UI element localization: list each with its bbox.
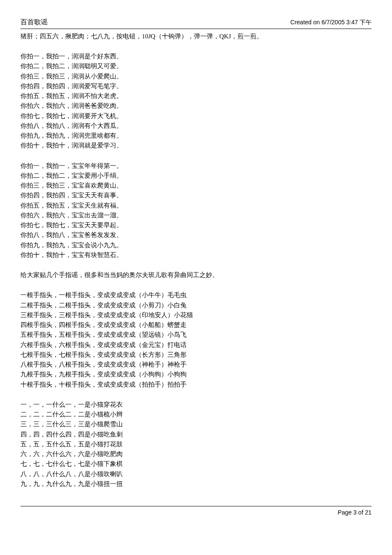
rhyme-block-2: 你拍一，我拍一，宝宝年年得第一。你拍二，我拍二，宝宝爱用小手绢。你拍三，我拍三，… — [20, 161, 372, 260]
intro-text: 给大家贴几个手指谣，很多和当当妈的奥尔夫班儿歌有异曲同工之妙。 — [20, 270, 372, 280]
rhyme-line: 九根手指头，九根手指头，变成变成变成（小狗狗）小狗狗 — [20, 370, 372, 379]
rhyme-line: 十根手指头，十根手指头，变成变成变成（拍拍手）拍拍手 — [20, 380, 372, 390]
rhyme-line: 你拍十，我拍十，宝宝有块智慧石。 — [20, 250, 372, 260]
rhyme-line: 八根手指头，八根手指头，变成变成变成（神枪手）神枪手 — [20, 360, 372, 370]
top-line: 猪肝；四五六，揪肥肉；七八九，按电钮，10JQ（十钩弹），弹一弹，QKJ，煎一煎… — [20, 32, 372, 41]
rhyme-line: 五根手指头，五根手指头，变成变成变成（望远镜）小鸟飞 — [20, 330, 372, 340]
rhyme-line: 九，九，九什么九，九是小猫扭一扭 — [20, 479, 372, 489]
rhyme-line: 你拍六，我拍六，润润爸爸爱吃肉。 — [20, 101, 372, 111]
rhyme-line: 八，八，八什么八，八是小猫吹喇叭 — [20, 469, 372, 479]
rhyme-line: 你拍五，我拍五，润润不怕大老虎。 — [20, 91, 372, 101]
rhyme-line: 你拍一，我拍一，润润是个好东西。 — [20, 52, 372, 61]
rhyme-line: 你拍九，我拍九，润润兜里啥都有。 — [20, 131, 372, 141]
rhyme-block-4: 一，一，一什么一，一是小猫穿花衣二，二，二什么二，二是小猫梳小辫三，三，三什么三… — [20, 400, 372, 489]
rhyme-line: 你拍二，我拍二，润润聪明又可爱。 — [20, 61, 372, 71]
created-timestamp: Created on 6/7/2005 3:47 下午 — [290, 18, 372, 27]
rhyme-line: 你拍四，我拍四，宝宝天天有喜事。 — [20, 191, 372, 200]
rhyme-line: 二，二，二什么二，二是小猫梳小辫 — [20, 410, 372, 419]
rhyme-line: 你拍四，我拍四，润润爱写毛笔字。 — [20, 81, 372, 91]
rhyme-line: 三，三，三什么三，三是小猫爬雪山 — [20, 419, 372, 429]
rhyme-line: 一根手指头，一根手指头，变成变成变成（小牛牛）毛毛虫 — [20, 290, 372, 300]
rhyme-line: 五，五，五什么五，五是小猫打花鼓 — [20, 439, 372, 449]
rhyme-block-3: 一根手指头，一根手指头，变成变成变成（小牛牛）毛毛虫二根手指头，二根手指头，变成… — [20, 290, 372, 390]
rhyme-block-1: 你拍一，我拍一，润润是个好东西。你拍二，我拍二，润润聪明又可爱。你拍三，我拍三，… — [20, 52, 372, 151]
rhyme-line: 你拍八，我拍八，润润有个大西瓜。 — [20, 121, 372, 131]
page-number: Page 3 of 21 — [338, 509, 372, 516]
rhyme-line: 七根手指头，七根手指头，变成变成变成（长方形）三角形 — [20, 350, 372, 360]
rhyme-line: 你拍五，我拍五，宝宝天生就有福。 — [20, 201, 372, 211]
rhyme-line: 你拍一，我拍一，宝宝年年得第一。 — [20, 161, 372, 171]
rhyme-line: 你拍九，我拍九，宝宝会说小九九。 — [20, 240, 372, 250]
page-footer: Page 3 of 21 — [20, 506, 372, 517]
rhyme-line: 你拍三，我拍三，润润从小爱爬山。 — [20, 72, 372, 81]
rhyme-line: 四根手指头，四根手指头，变成变成变成（小船船）螃蟹走 — [20, 320, 372, 330]
doc-title: 百首歌谣 — [20, 17, 48, 28]
rhyme-line: 六根手指头，六根手指头，变成变成变成（金元宝）打电话 — [20, 340, 372, 350]
rhyme-line: 一，一，一什么一，一是小猫穿花衣 — [20, 400, 372, 410]
rhyme-line: 四，四，四什么四，四是小猫吃鱼刺 — [20, 430, 372, 439]
page-header: 百首歌谣 Created on 6/7/2005 3:47 下午 — [20, 17, 372, 29]
document-body: 猪肝；四五六，揪肥肉；七八九，按电钮，10JQ（十钩弹），弹一弹，QKJ，煎一煎… — [20, 32, 372, 489]
rhyme-line: 二根手指头，二根手指头，变成变成变成（小剪刀）小白兔 — [20, 301, 372, 310]
rhyme-line: 七，七，七什么七，七是小猫下象棋 — [20, 459, 372, 469]
rhyme-line: 你拍二，我拍二，宝宝爱用小手绢。 — [20, 171, 372, 181]
rhyme-line: 你拍八，我拍八，宝宝爸爸发发发。 — [20, 230, 372, 240]
rhyme-line: 你拍三，我拍三，宝宝喜欢爬黄山。 — [20, 181, 372, 191]
rhyme-line: 你拍七，我拍七，润润要开大飞机。 — [20, 111, 372, 121]
rhyme-line: 你拍六，我拍六，宝宝出去溜一溜。 — [20, 211, 372, 220]
rhyme-line: 你拍七，我拍七，宝宝天天要早起。 — [20, 220, 372, 230]
intro-line: 给大家贴几个手指谣，很多和当当妈的奥尔夫班儿歌有异曲同工之妙。 — [20, 270, 372, 280]
rhyme-line: 三根手指头，三根手指头，变成变成变成（印地安人）小花猫 — [20, 310, 372, 320]
rhyme-line: 六，六，六什么六，六是小猫吃肥肉 — [20, 449, 372, 459]
rhyme-line: 你拍十，我拍十，润润就是爱学习。 — [20, 141, 372, 150]
